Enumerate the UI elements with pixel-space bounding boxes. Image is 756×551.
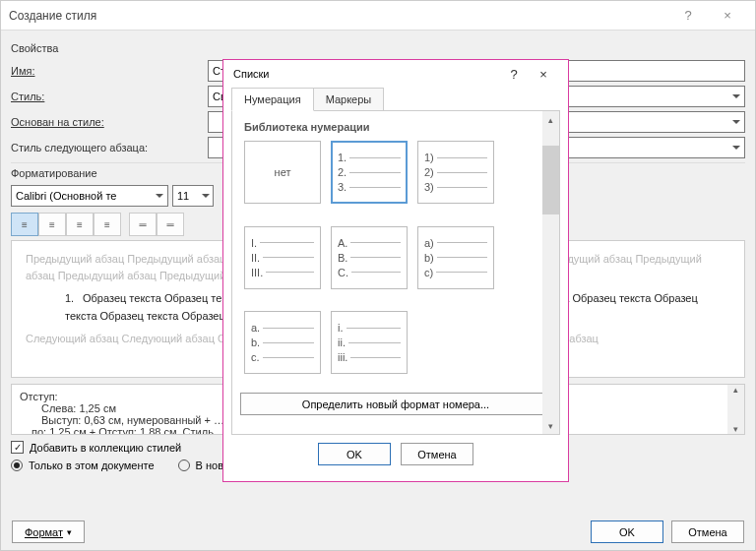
numbering-option-alpha-lower-paren[interactable]: a) b) c) bbox=[417, 226, 494, 289]
align-right-button[interactable]: ≡ bbox=[66, 213, 94, 236]
lists-ok-button[interactable]: OK bbox=[318, 443, 391, 465]
numbering-option-roman-upper[interactable]: I. II. III. bbox=[244, 226, 321, 289]
add-to-collection-label: Добавить в коллекцию стилей bbox=[30, 442, 181, 454]
numbering-option-decimal-paren[interactable]: 1) 2) 3) bbox=[417, 141, 494, 204]
align-justify-button[interactable]: ≡ bbox=[94, 213, 121, 236]
main-ok-button[interactable]: OK bbox=[591, 520, 663, 543]
only-this-doc-label: Только в этом документе bbox=[29, 459, 155, 471]
name-label: Имя: bbox=[11, 65, 208, 77]
align-left-button[interactable]: ≡ bbox=[11, 213, 38, 236]
tab-bullets[interactable]: Маркеры bbox=[313, 88, 385, 111]
lists-titlebar: Списки ? × bbox=[223, 60, 568, 88]
main-cancel-button[interactable]: Отмена bbox=[671, 520, 744, 543]
font-family-combo[interactable]: Calibri (Основной те bbox=[11, 185, 168, 207]
numbering-option-alpha-lower-dot[interactable]: a. b. c. bbox=[244, 311, 321, 374]
align-center-button[interactable]: ≡ bbox=[38, 213, 66, 236]
define-new-format-button[interactable]: Определить новый формат номера... bbox=[240, 393, 551, 415]
line-spacing-2-button[interactable]: ═ bbox=[157, 213, 184, 236]
style-label: Стиль: bbox=[11, 91, 208, 102]
numbering-tab-body: Библиотека нумерации нет 1. 2. 3. 1) 2) … bbox=[231, 110, 560, 435]
grid-scrollbar[interactable]: ▴▾ bbox=[542, 111, 559, 434]
font-size-combo[interactable]: 11 bbox=[172, 185, 214, 207]
lists-help-button[interactable]: ? bbox=[499, 67, 529, 82]
numbering-option-decimal-dot[interactable]: 1. 2. 3. bbox=[331, 141, 408, 204]
help-button[interactable]: ? bbox=[668, 2, 708, 30]
numbering-option-none[interactable]: нет bbox=[244, 141, 321, 204]
format-menu-button-wrap: Формат bbox=[12, 520, 85, 543]
next-style-label: Стиль следующего абзаца: bbox=[11, 142, 208, 153]
numbering-grid: нет 1. 2. 3. 1) 2) 3) I. II. III. A. B. … bbox=[240, 141, 551, 387]
lists-cancel-button[interactable]: Отмена bbox=[401, 443, 473, 465]
tab-numbering[interactable]: Нумерация bbox=[231, 88, 314, 111]
close-button[interactable]: × bbox=[708, 2, 747, 30]
properties-group-label: Свойства bbox=[11, 42, 745, 54]
dialog-title: Создание стиля bbox=[9, 9, 668, 23]
titlebar: Создание стиля ? × bbox=[1, 1, 755, 31]
only-this-doc-radio[interactable] bbox=[11, 459, 23, 471]
lists-dialog: Списки ? × Нумерация Маркеры Библиотека … bbox=[222, 59, 569, 482]
format-menu-button[interactable]: Формат bbox=[12, 520, 85, 543]
lists-title: Списки bbox=[233, 68, 499, 80]
numbering-option-alpha-upper[interactable]: A. B. C. bbox=[331, 226, 408, 289]
details-scrollbar[interactable]: ▴▾ bbox=[727, 385, 744, 434]
line-spacing-1-button[interactable]: ═ bbox=[129, 213, 157, 236]
numbering-option-roman-lower[interactable]: i. ii. iii. bbox=[331, 311, 408, 374]
add-to-collection-checkbox[interactable]: ✓ bbox=[11, 441, 24, 454]
based-on-label: Основан на стиле: bbox=[11, 116, 208, 128]
lists-close-button[interactable]: × bbox=[529, 67, 558, 82]
new-docs-radio[interactable] bbox=[178, 459, 190, 471]
numbering-library-label: Библиотека нумерации bbox=[244, 121, 551, 133]
